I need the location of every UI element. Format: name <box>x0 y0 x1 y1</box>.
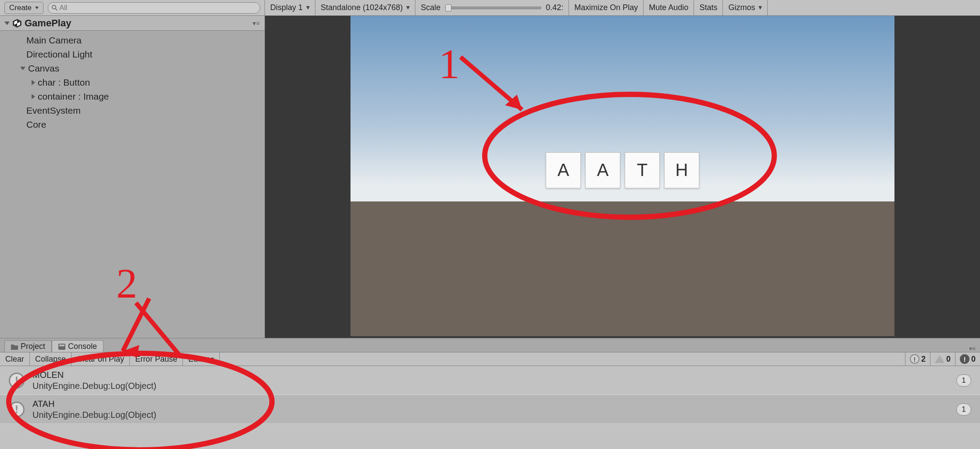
console-entry-text: ATAHUnityEngine.Debug:Log(Object) <box>32 399 156 420</box>
dropdown-icon <box>306 6 310 13</box>
hierarchy-item[interactable]: Main Camera <box>0 33 265 47</box>
console-entries: !MOLENUnityEngine.Debug:Log(Object)1!ATA… <box>0 366 980 449</box>
game-viewport: AATH <box>265 16 980 338</box>
mute-audio-toggle[interactable]: Mute Audio <box>644 0 694 15</box>
info-icon: ! <box>9 373 25 388</box>
info-icon: ! <box>910 354 919 364</box>
error-count: 0 <box>971 355 976 364</box>
letter-card[interactable]: A <box>546 152 581 188</box>
dropdown-icon <box>406 6 410 13</box>
panel-menu-icon[interactable]: ▾≡ <box>969 345 976 352</box>
bottom-tabs: Project Console ▾≡ <box>0 338 980 352</box>
letter-card[interactable]: H <box>664 152 699 188</box>
svg-line-1 <box>55 8 57 10</box>
display-dropdown[interactable]: Display 1 <box>265 0 315 15</box>
search-icon <box>52 5 57 11</box>
unity-logo-icon <box>12 18 22 28</box>
scale-control: Scale 0.42: <box>415 0 569 15</box>
console-entry-count: 1 <box>956 374 971 387</box>
svg-point-0 <box>52 5 56 9</box>
hierarchy-item[interactable]: EventSystem <box>0 104 265 118</box>
hierarchy-tree: Main CameraDirectional LightCanvaschar :… <box>0 31 265 338</box>
hierarchy-item-label: EventSystem <box>26 105 81 116</box>
dropdown-icon <box>758 6 762 13</box>
console-entry[interactable]: !ATAHUnityEngine.Debug:Log(Object)1 <box>0 395 980 424</box>
hierarchy-panel: Create GamePlay ▾≡ Main CameraDirectiona… <box>0 0 265 338</box>
create-label: Create <box>9 4 32 12</box>
console-icon <box>58 344 65 350</box>
error-count-toggle[interactable]: ! 0 <box>955 352 980 366</box>
gizmos-dropdown[interactable]: Gizmos <box>723 0 768 15</box>
scale-knob[interactable] <box>445 4 451 11</box>
tab-project[interactable]: Project <box>4 340 52 352</box>
error-pause-toggle[interactable]: Error Pause <box>130 352 183 366</box>
display-label: Display 1 <box>270 3 303 12</box>
hierarchy-item[interactable]: Directional Light <box>0 47 265 61</box>
tab-project-label: Project <box>21 342 45 351</box>
hierarchy-item[interactable]: Core <box>0 118 265 132</box>
game-render: AATH <box>351 16 894 336</box>
collapse-toggle[interactable]: Collapse <box>30 352 72 366</box>
hierarchy-search-input[interactable] <box>60 4 257 12</box>
expand-icon <box>32 94 35 99</box>
hierarchy-item[interactable]: char : Button <box>0 75 265 90</box>
console-counts: ! 2 0 ! 0 <box>905 352 980 366</box>
letter-card[interactable]: T <box>625 152 660 188</box>
info-count: 2 <box>921 355 926 364</box>
scale-value: 0.42: <box>546 3 563 12</box>
hierarchy-item-label: Main Camera <box>26 35 82 46</box>
game-view-panel: Display 1 Standalone (1024x768) Scale 0.… <box>265 0 980 338</box>
scene-foldout-icon <box>4 22 10 25</box>
warn-count-toggle[interactable]: 0 <box>930 352 955 366</box>
hierarchy-item[interactable]: Canvas <box>0 61 265 75</box>
scene-header[interactable]: GamePlay ▾≡ <box>0 16 265 31</box>
create-dropdown[interactable]: Create <box>4 2 43 14</box>
console-entry-text: MOLENUnityEngine.Debug:Log(Object) <box>32 370 156 392</box>
tab-console[interactable]: Console <box>52 340 104 352</box>
hierarchy-item-label: container : Image <box>38 91 109 102</box>
hierarchy-item-label: Core <box>26 119 46 130</box>
console-toolbar: Clear Collapse Clear on Play Error Pause… <box>0 352 980 366</box>
scale-slider[interactable] <box>445 7 541 9</box>
warn-count: 0 <box>946 355 951 364</box>
scene-name: GamePlay <box>25 18 71 29</box>
letter-row: AATH <box>546 152 699 188</box>
expand-icon <box>32 80 35 85</box>
console-entry[interactable]: !MOLENUnityEngine.Debug:Log(Object)1 <box>0 366 980 395</box>
stats-toggle[interactable]: Stats <box>694 0 723 15</box>
hierarchy-item-label: Directional Light <box>26 49 93 60</box>
game-toolbar: Display 1 Standalone (1024x768) Scale 0.… <box>265 0 980 16</box>
editor-dropdown[interactable]: Editor <box>183 352 220 366</box>
svg-rect-7 <box>59 345 64 346</box>
tab-console-label: Console <box>68 342 97 351</box>
info-count-toggle[interactable]: ! 2 <box>905 352 930 366</box>
info-icon: ! <box>9 402 25 417</box>
console-entry-count: 1 <box>956 403 971 416</box>
folder-icon <box>11 344 18 350</box>
hierarchy-item-label: char : Button <box>38 77 90 88</box>
maximize-on-play-toggle[interactable]: Maximize On Play <box>569 0 644 15</box>
expand-icon <box>20 67 25 70</box>
clear-on-play-toggle[interactable]: Clear on Play <box>72 352 130 366</box>
warning-icon <box>935 355 944 363</box>
hierarchy-search[interactable] <box>48 2 260 14</box>
resolution-label: Standalone (1024x768) <box>321 3 403 12</box>
resolution-dropdown[interactable]: Standalone (1024x768) <box>315 0 415 15</box>
scale-label: Scale <box>421 3 440 12</box>
letter-card[interactable]: A <box>585 152 620 188</box>
hierarchy-toolbar: Create <box>0 0 265 16</box>
hierarchy-item[interactable]: container : Image <box>0 90 265 104</box>
hierarchy-item-label: Canvas <box>28 63 59 74</box>
scene-menu-icon[interactable]: ▾≡ <box>253 20 260 27</box>
error-icon: ! <box>960 354 969 364</box>
clear-button[interactable]: Clear <box>0 352 30 366</box>
